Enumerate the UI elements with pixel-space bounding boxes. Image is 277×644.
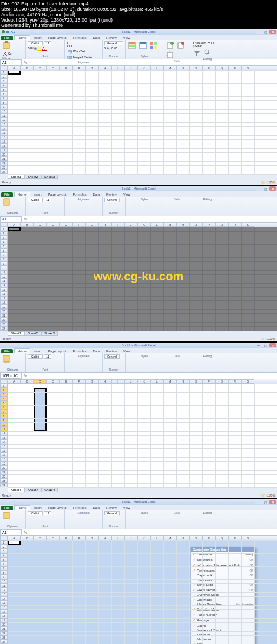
italic-button[interactable]: I	[30, 46, 31, 51]
context-menu-item[interactable]: Numerical Count	[191, 628, 255, 633]
cell-styles-button[interactable]	[149, 41, 159, 50]
context-menu-item[interactable]: Caps LockOff	[191, 573, 255, 578]
row-header[interactable]: 14	[0, 596, 8, 601]
sort-filter-button[interactable]	[192, 49, 202, 57]
row-header[interactable]: 16	[0, 135, 8, 139]
font-color-button[interactable]: A	[42, 46, 47, 51]
row-header[interactable]: 3	[0, 392, 8, 397]
underline-button[interactable]: U	[31, 46, 34, 51]
row-header[interactable]: 11	[0, 427, 8, 431]
row-header[interactable]: 13	[0, 279, 8, 283]
context-menu-item[interactable]: ✓Count	[191, 623, 255, 628]
row-header[interactable]: 13	[0, 592, 8, 596]
row-header[interactable]: 5	[0, 244, 8, 249]
row-header[interactable]: 2	[0, 75, 8, 79]
row-header[interactable]: 21	[0, 627, 8, 631]
row-header[interactable]: 1	[0, 227, 8, 231]
format-table-button[interactable]	[138, 41, 148, 50]
row-header[interactable]: 23	[0, 479, 8, 483]
row-header[interactable]: 18	[0, 300, 8, 305]
row-header[interactable]: 22	[0, 474, 8, 479]
border-button[interactable]: ▦	[34, 46, 37, 51]
row-header[interactable]: 23	[0, 322, 8, 326]
row-header[interactable]: 21	[0, 313, 8, 318]
review-tab[interactable]: Review	[103, 36, 120, 40]
column-headers[interactable]: ABCDEFGHIJKLMNOPQRS	[0, 66, 277, 70]
row-header[interactable]: 10	[0, 109, 8, 113]
maximize-button[interactable]: ▢	[262, 30, 269, 34]
bold-button[interactable]: B	[28, 46, 30, 51]
row-header[interactable]: 6	[0, 405, 8, 410]
data-tab[interactable]: Data	[89, 36, 103, 40]
quick-access[interactable]	[1, 30, 18, 34]
context-menu-item[interactable]: ✓End Mode	[191, 597, 255, 602]
row-header[interactable]: 17	[0, 453, 8, 457]
name-box[interactable]: A1	[0, 59, 22, 65]
row-header[interactable]: 21	[0, 470, 8, 474]
row-header[interactable]: 8	[0, 571, 8, 575]
font-size[interactable]: 11	[44, 41, 51, 45]
row-header[interactable]: 13	[0, 435, 8, 440]
row-header[interactable]: 3	[0, 79, 8, 83]
sheet2-tab[interactable]: Sheet2	[24, 175, 41, 179]
row-header[interactable]: 15	[0, 444, 8, 448]
wrap-text-button[interactable]: Wrap Text	[67, 49, 85, 54]
percent-button[interactable]: %	[107, 46, 109, 50]
row-header[interactable]: 4	[0, 397, 8, 401]
row-header[interactable]: 16	[0, 605, 8, 609]
row-header[interactable]: 24	[0, 483, 8, 487]
row-header[interactable]: 7	[0, 253, 8, 257]
row-header[interactable]: 23	[0, 165, 8, 170]
row-header[interactable]: 2	[0, 388, 8, 392]
active-cell[interactable]	[8, 540, 21, 545]
row-header[interactable]: 24	[0, 326, 8, 331]
context-menu-item[interactable]: ✓Scroll LockOff	[191, 582, 255, 587]
row-header[interactable]: 19	[0, 461, 8, 466]
sheet1-tab[interactable]: Sheet1	[8, 175, 24, 179]
row-header[interactable]: 3	[0, 236, 8, 240]
row-header[interactable]: 9	[0, 261, 8, 266]
row-header[interactable]: 5	[0, 558, 8, 562]
cell-grid[interactable]	[8, 70, 277, 174]
paste-button[interactable]	[2, 41, 11, 50]
clear-button[interactable]: ◇ Clear	[192, 44, 202, 48]
row-header[interactable]: 1	[0, 70, 8, 75]
name-box[interactable]: 10R x 1C	[0, 373, 22, 379]
row-header[interactable]: 7	[0, 566, 8, 571]
row-headers[interactable]: 123456789101112131415161718192021222324	[0, 70, 8, 174]
row-header[interactable]: 24	[0, 170, 8, 174]
row-header[interactable]: 4	[0, 240, 8, 244]
row-header[interactable]: 7	[0, 410, 8, 414]
pagelayout-tab[interactable]: Page Layout	[45, 36, 70, 40]
font-name[interactable]: Calibri	[28, 41, 43, 45]
row-header[interactable]: 16	[0, 292, 8, 296]
row-header[interactable]: 3	[0, 549, 8, 553]
conditional-formatting-button[interactable]	[127, 41, 137, 50]
number-format[interactable]: General	[104, 41, 123, 45]
row-header[interactable]: 17	[0, 139, 8, 144]
view-tab[interactable]: View	[120, 36, 134, 40]
fill-button[interactable]: ▼ Fill	[207, 41, 215, 44]
row-header[interactable]: 5	[0, 88, 8, 92]
cut-button[interactable]: Cut	[2, 51, 13, 56]
find-select-button[interactable]	[203, 49, 213, 57]
row-header[interactable]: 7	[0, 96, 8, 100]
sheet3-tab[interactable]: Sheet3	[41, 175, 58, 179]
decrease-decimal[interactable]: .00	[114, 46, 117, 50]
row-header[interactable]: 17	[0, 609, 8, 614]
context-menu-item[interactable]: Macro RecordingNot Recording	[191, 602, 255, 607]
row-header[interactable]: 1	[0, 384, 8, 388]
row-header[interactable]: 15	[0, 131, 8, 135]
row-header[interactable]: 22	[0, 631, 8, 635]
row-header[interactable]: 19	[0, 148, 8, 152]
row-header[interactable]: 6	[0, 562, 8, 566]
row-header[interactable]: 6	[0, 92, 8, 96]
merge-center-button[interactable]: Merge & Center	[67, 55, 93, 60]
formulas-tab[interactable]: Formulas	[69, 36, 89, 40]
row-header[interactable]: 14	[0, 283, 8, 287]
row-header[interactable]: 24	[0, 640, 8, 644]
fx-icon[interactable]: fx	[24, 61, 27, 64]
context-menu-item[interactable]: Minimum	[191, 633, 255, 637]
row-header[interactable]: 10	[0, 579, 8, 583]
row-header[interactable]: 8	[0, 414, 8, 418]
